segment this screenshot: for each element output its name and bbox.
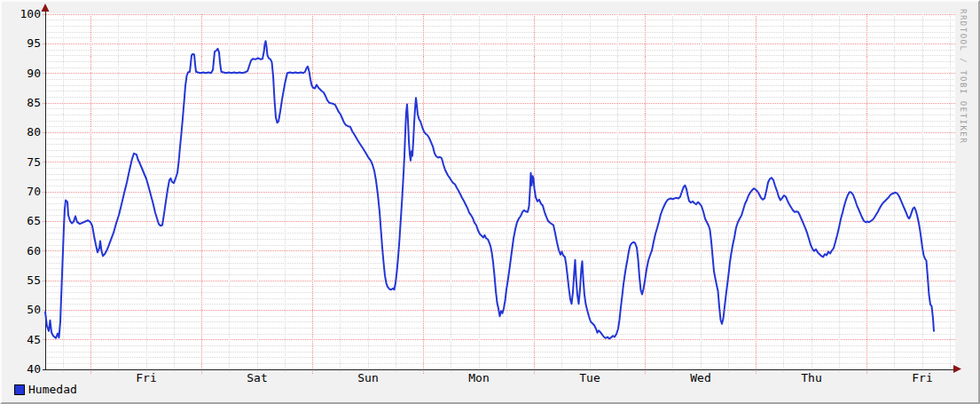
y-tick-label: 60 bbox=[27, 244, 41, 257]
x-tick-label: Mon bbox=[468, 371, 489, 384]
y-tick-label: 75 bbox=[27, 155, 41, 169]
y-tick-label: 90 bbox=[27, 67, 41, 80]
y-tick-label: 55 bbox=[27, 273, 41, 287]
legend: Humedad bbox=[14, 383, 77, 396]
x-tick-label: Sun bbox=[357, 371, 378, 384]
y-tick-label: 85 bbox=[27, 96, 41, 109]
y-tick-label: 65 bbox=[27, 214, 41, 227]
x-axis-arrow-icon bbox=[953, 365, 961, 373]
y-tick-label: 80 bbox=[27, 125, 41, 139]
x-tick-label: Thu bbox=[801, 371, 821, 384]
rrdtool-graph: 404550556065707580859095100FriSatSunMonT… bbox=[0, 0, 980, 404]
y-tick-label: 45 bbox=[27, 333, 41, 346]
x-tick-label: Wed bbox=[690, 371, 710, 384]
x-tick-label: Fri bbox=[912, 371, 932, 384]
y-tick-label: 70 bbox=[27, 185, 41, 198]
y-tick-label: 40 bbox=[27, 362, 41, 376]
humidity-line-chart: 404550556065707580859095100FriSatSunMonT… bbox=[0, 0, 980, 404]
x-tick-label: Sat bbox=[247, 371, 267, 384]
rrdtool-watermark: RRDTOOL / TOBI OETIKER bbox=[959, 9, 968, 144]
y-tick-label: 95 bbox=[27, 36, 41, 50]
y-tick-label: 50 bbox=[27, 303, 41, 316]
legend-label: Humedad bbox=[28, 383, 77, 396]
y-tick-label: 100 bbox=[20, 7, 41, 20]
legend-swatch-humedad bbox=[14, 384, 25, 395]
x-tick-label: Tue bbox=[579, 371, 600, 384]
y-axis-arrow-icon bbox=[42, 4, 50, 12]
x-tick-label: Fri bbox=[136, 371, 156, 384]
